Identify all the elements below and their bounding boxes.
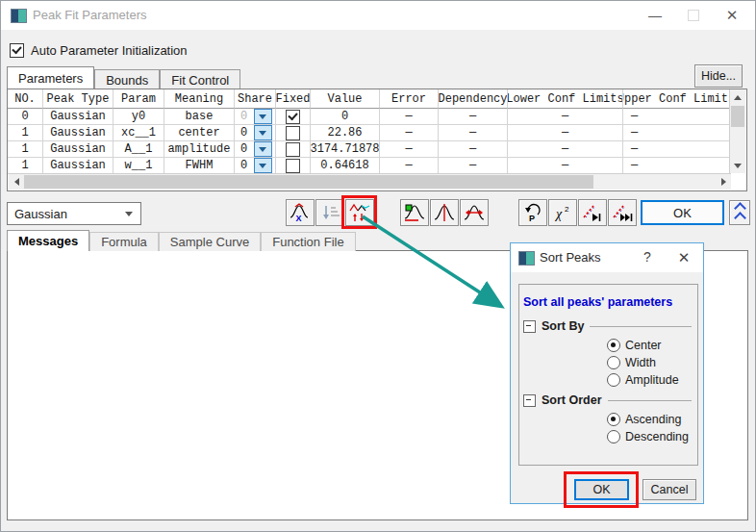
revert-parameters-button[interactable]: P <box>518 199 547 226</box>
cell-peak-type: Gaussian <box>43 109 113 125</box>
tab-formula[interactable]: Formula <box>89 232 159 251</box>
share-dropdown-button[interactable] <box>254 125 272 140</box>
sort-parameters-button[interactable] <box>315 199 344 226</box>
cell-lower-conf: — <box>508 125 623 141</box>
cell-value[interactable]: 0.64618 <box>311 158 380 174</box>
dialog-title: Sort Peaks <box>540 250 601 265</box>
cell-param: A__1 <box>113 141 164 158</box>
vertical-scrollbar[interactable] <box>729 89 745 173</box>
collapse-section-icon[interactable] <box>523 394 536 407</box>
horizontal-scrollbar[interactable] <box>9 173 731 190</box>
share-dropdown-button[interactable] <box>254 109 272 124</box>
tab-parameters[interactable]: Parameters <box>7 66 94 89</box>
tab-sample-curve[interactable]: Sample Curve <box>159 232 261 251</box>
radio-ascending[interactable]: Ascending <box>607 413 681 426</box>
svg-text:2: 2 <box>565 205 569 214</box>
window-title: Peak Fit Parameters <box>33 8 147 22</box>
tab-bounds[interactable]: Bounds <box>94 69 160 89</box>
col-fixed: Fixed <box>276 89 311 109</box>
tab-messages[interactable]: Messages <box>7 230 89 251</box>
table-row: 1 Gaussian A__1 amplitude 0 3174.71878 —… <box>8 141 729 158</box>
col-peak-type: Peak Type <box>43 89 113 109</box>
radio-ascending-label: Ascending <box>625 413 681 426</box>
cell-dependency: — <box>439 141 508 158</box>
sort-by-section: Sort By <box>523 319 692 333</box>
share-dropdown-button[interactable] <box>254 158 272 173</box>
cell-value[interactable]: 3174.71878 <box>311 141 380 158</box>
tab-function-file[interactable]: Function File <box>261 232 355 251</box>
sort-peaks-highlight-box <box>341 195 377 229</box>
horizontal-scroll-thumb[interactable] <box>24 175 593 189</box>
share-dropdown-button[interactable] <box>254 141 272 157</box>
dialog-cancel-button[interactable]: Cancel <box>643 479 696 500</box>
share-value: 0 <box>239 126 250 139</box>
app-icon <box>11 9 27 23</box>
fixed-checkbox[interactable] <box>286 159 300 173</box>
table-row: 1 Gaussian w__1 FWHM 0 0.64618 — — — — <box>8 158 729 174</box>
chi-square-icon: χ 2 <box>552 203 573 222</box>
radio-icon[interactable] <box>607 413 620 426</box>
collapse-panel-button[interactable] <box>729 200 750 225</box>
cell-share: 0 <box>235 109 276 125</box>
col-no: NO. <box>8 89 43 109</box>
cell-dependency: — <box>439 109 508 125</box>
cell-lower-conf: — <box>508 158 623 174</box>
cell-value[interactable]: 22.86 <box>311 125 380 141</box>
fixed-checkbox[interactable] <box>286 126 300 140</box>
radio-icon[interactable] <box>607 356 620 369</box>
triangle-up-icon <box>734 95 742 100</box>
cell-fixed <box>276 125 311 141</box>
share-value: 0 <box>239 142 250 156</box>
ok-highlight-box <box>564 471 639 508</box>
chevron-up-icon <box>734 212 746 224</box>
fixed-checkbox[interactable] <box>286 110 300 124</box>
dialog-description: Sort all peaks' parameters <box>523 295 672 309</box>
radio-descending[interactable]: Descending <box>607 430 689 443</box>
close-button[interactable]: ✕ <box>713 1 751 30</box>
cell-error: — <box>380 158 439 174</box>
radio-icon[interactable] <box>607 339 620 352</box>
maximize-button[interactable] <box>674 1 713 30</box>
scroll-up-button[interactable] <box>730 89 745 105</box>
vertical-scroll-thumb[interactable] <box>731 106 744 127</box>
radio-icon[interactable] <box>607 373 620 387</box>
revert-parameters-icon: P <box>522 203 543 222</box>
checkbox-icon[interactable] <box>10 43 24 58</box>
col-lower-conf: Lower Conf Limits <box>508 89 623 109</box>
chi-square-button[interactable]: χ 2 <box>548 199 577 226</box>
help-button[interactable]: ? <box>638 249 657 265</box>
radio-amplitude[interactable]: Amplitude <box>607 373 679 387</box>
peak-width-icon <box>464 203 485 222</box>
cell-error: — <box>380 141 439 158</box>
dialog-close-button[interactable]: ✕ <box>674 249 693 266</box>
minimize-button[interactable]: — <box>636 1 674 30</box>
cell-value[interactable]: 0 <box>311 109 380 125</box>
ok-button[interactable]: OK <box>641 200 724 225</box>
scroll-left-button[interactable] <box>9 174 24 190</box>
peak-width-button[interactable] <box>460 199 489 226</box>
tab-fit-control[interactable]: Fit Control <box>160 69 240 89</box>
cell-share: 0 <box>235 158 276 174</box>
col-upper-conf: Upper Conf Limits <box>623 89 729 109</box>
initialize-parameters-button[interactable] <box>400 199 429 226</box>
radio-center[interactable]: Center <box>607 339 662 352</box>
radio-width[interactable]: Width <box>607 356 656 369</box>
fit-until-converged-button[interactable] <box>608 199 637 226</box>
bottom-tab-strip: Messages Formula Sample Curve Function F… <box>7 231 356 251</box>
radio-icon[interactable] <box>607 430 620 443</box>
peak-center-button[interactable] <box>430 199 459 226</box>
scroll-down-button[interactable] <box>730 158 745 173</box>
fixed-checkbox[interactable] <box>286 142 300 157</box>
auto-parameter-initialization-checkbox[interactable]: Auto Parameter Initialization <box>10 43 188 58</box>
fix-peak-parameters-button[interactable]: X <box>286 199 315 226</box>
parameter-table: NO. Peak Type Param Meaning Share Fixed … <box>7 89 747 191</box>
cell-meaning: FWHM <box>164 158 235 174</box>
collapse-section-icon[interactable] <box>523 320 536 333</box>
scroll-right-button[interactable] <box>716 174 731 190</box>
cell-param: w__1 <box>113 158 164 174</box>
fit-one-iteration-button[interactable] <box>578 199 607 226</box>
function-select[interactable]: Gaussian <box>7 202 141 225</box>
radio-descending-label: Descending <box>625 430 689 443</box>
section-divider <box>590 326 692 327</box>
hide-button[interactable]: Hide... <box>694 64 743 88</box>
